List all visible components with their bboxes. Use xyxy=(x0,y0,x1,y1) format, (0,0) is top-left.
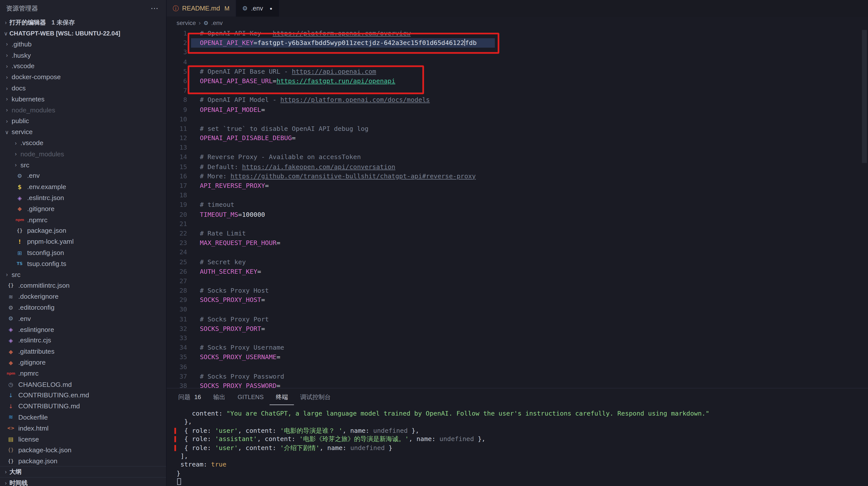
code-line-11[interactable]: 11# set `true` to disable OpenAI API deb… xyxy=(167,124,868,134)
tree-item-package.json[interactable]: {}package.json xyxy=(0,225,166,236)
code-line-21[interactable]: 21 xyxy=(167,219,868,229)
tree-item-kubernetes[interactable]: ›kubernetes xyxy=(0,94,166,105)
tree-item-.vscode[interactable]: ›.vscode xyxy=(0,138,166,149)
panel-tab-problems[interactable]: 问题 16 xyxy=(172,388,207,405)
tree-item-.vscode[interactable]: ›.vscode xyxy=(0,61,166,72)
tree-item-public[interactable]: ›public xyxy=(0,116,166,126)
line-number: 29 xyxy=(167,295,187,305)
tree-item-CHANGELOG.md[interactable]: ◷CHANGELOG.md xyxy=(0,379,166,390)
outline-section[interactable]: › 大纲 xyxy=(0,466,166,477)
tree-item-service[interactable]: ∨service xyxy=(0,126,166,138)
panel-tab-debug-console[interactable]: 调试控制台 xyxy=(294,388,337,405)
tree-item-.npmrc[interactable]: npm.npmrc xyxy=(0,368,166,379)
tree-item-package-lock.json[interactable]: {}package-lock.json xyxy=(0,445,166,456)
code-line-38[interactable]: 38SOCKS_PROXY_PASSWORD= xyxy=(167,381,868,388)
tree-item-.dockerignore[interactable]: ≋.dockerignore xyxy=(0,291,166,302)
code-line-18[interactable]: 18 xyxy=(167,191,868,200)
tree-item-node_modules[interactable]: ›node_modules xyxy=(0,149,166,160)
tree-item-.env.example[interactable]: $.env.example xyxy=(0,181,166,192)
code-line-12[interactable]: 12OPENAI_API_DISABLE_DEBUG= xyxy=(167,134,868,143)
code-line-9[interactable]: 9OPENAI_API_MODEL= xyxy=(167,105,868,114)
code-line-20[interactable]: 20TIMEOUT_MS=100000 xyxy=(167,210,868,219)
code-line-15[interactable]: 15# Default: https://ai.fakeopen.com/api… xyxy=(167,162,868,172)
timeline-section[interactable]: › 时间线 xyxy=(0,477,166,486)
tree-item-Dockerfile[interactable]: ≋Dockerfile xyxy=(0,412,166,423)
tree-item-tsup.config.ts[interactable]: TStsup.config.ts xyxy=(0,258,166,269)
code-line-32[interactable]: 32SOCKS_PROXY_PORT= xyxy=(167,324,868,334)
code-line-14[interactable]: 14# Reverse Proxy - Available on accessT… xyxy=(167,152,868,162)
tree-item-pnpm-lock.yaml[interactable]: !pnpm-lock.yaml xyxy=(0,236,166,247)
code-line-3[interactable]: 3 xyxy=(167,48,868,57)
code-line-1[interactable]: 1# OpenAI API Key - https://platform.ope… xyxy=(167,29,868,38)
tree-item-.github[interactable]: ›.github xyxy=(0,39,166,50)
code-line-37[interactable]: 37# Socks Proxy Password xyxy=(167,372,868,381)
tree-item-docker-compose[interactable]: ›docker-compose xyxy=(0,72,166,83)
unsaved-dot-icon[interactable]: ● xyxy=(270,6,273,11)
project-root[interactable]: ∨ CHATGPT-WEB [WSL: UBUNTU-22.04] xyxy=(0,28,166,39)
tree-item-index.html[interactable]: <>index.html xyxy=(0,423,166,434)
code-line-35[interactable]: 35SOCKS_PROXY_USERNAME= xyxy=(167,353,868,362)
code-line-25[interactable]: 25# Secret key xyxy=(167,257,868,267)
tree-item-.commitlintrc.json[interactable]: {}.commitlintrc.json xyxy=(0,280,166,291)
code-line-31[interactable]: 31# Socks Proxy Port xyxy=(167,315,868,324)
tree-item-.gitattributes[interactable]: ◆.gitattributes xyxy=(0,346,166,357)
tab-env[interactable]: ⚙ .env ● xyxy=(236,0,279,17)
breadcrumb-folder[interactable]: service xyxy=(177,20,196,26)
code-line-27[interactable]: 27 xyxy=(167,277,868,286)
code-line-33[interactable]: 33 xyxy=(167,334,868,343)
more-actions-icon[interactable]: ⋯ xyxy=(151,4,158,13)
terminal-output[interactable]: content: "You are ChatGPT, a large langu… xyxy=(167,405,868,486)
code-line-24[interactable]: 24 xyxy=(167,248,868,257)
code-line-30[interactable]: 30 xyxy=(167,305,868,314)
tree-item-.husky[interactable]: ›.husky xyxy=(0,50,166,61)
tree-item-.env[interactable]: ⚙.env xyxy=(0,313,166,324)
code-line-17[interactable]: 17API_REVERSE_PROXY= xyxy=(167,181,868,191)
breadcrumb-file[interactable]: .env xyxy=(211,20,223,26)
code-line-5[interactable]: 5# OpenAI API Base URL - https://api.ope… xyxy=(167,67,868,77)
code-line-2[interactable]: 2OPENAI_API_KEY=fastgpt-y6b3axfbdd5wyp01… xyxy=(167,38,868,48)
tree-item-package.json[interactable]: {}package.json xyxy=(0,456,166,467)
line-number: 13 xyxy=(167,143,187,152)
code-line-6[interactable]: 6OPENAI_API_BASE_URL=https://fastgpt.run… xyxy=(167,77,868,86)
tab-readme[interactable]: ⓘ README.md M xyxy=(167,0,236,17)
code-line-22[interactable]: 22# Rate Limit xyxy=(167,229,868,238)
tree-item-node_modules[interactable]: ›node_modules xyxy=(0,105,166,116)
tree-item-.env[interactable]: ⚙.env xyxy=(0,170,166,181)
code-line-16[interactable]: 16# More: https://github.com/transitive-… xyxy=(167,172,868,181)
tree-item-.eslintrc.cjs[interactable]: ◈.eslintrc.cjs xyxy=(0,335,166,346)
panel-tab-output[interactable]: 输出 xyxy=(207,388,231,405)
tree-item-.editorconfig[interactable]: ⚙.editorconfig xyxy=(0,302,166,313)
tree-item-CONTRIBUTING.en.md[interactable]: ↓CONTRIBUTING.en.md xyxy=(0,390,166,401)
code-line-34[interactable]: 34# Socks Proxy Username xyxy=(167,343,868,353)
code-line-23[interactable]: 23MAX_REQUEST_PER_HOUR= xyxy=(167,238,868,248)
tree-item-.npmrc[interactable]: npm.npmrc xyxy=(0,214,166,225)
code-line-13[interactable]: 13 xyxy=(167,143,868,152)
tree-item-docs[interactable]: ›docs xyxy=(0,83,166,94)
code-line-4[interactable]: 4 xyxy=(167,57,868,67)
tree-item-license[interactable]: ▤license xyxy=(0,434,166,445)
tree-item-src[interactable]: ›src xyxy=(0,160,166,171)
code-text: # OpenAI API Key - https://platform.open… xyxy=(200,29,411,37)
editor-scrollbar[interactable] xyxy=(862,30,867,163)
code-line-26[interactable]: 26AUTH_SECRET_KEY= xyxy=(167,267,868,277)
tree-item-src[interactable]: ›src xyxy=(0,269,166,280)
code-line-8[interactable]: 8# OpenAI API Model - https://platform.o… xyxy=(167,95,868,105)
panel-tab-label: 调试控制台 xyxy=(300,393,331,401)
tree-item-.gitignore[interactable]: ◆.gitignore xyxy=(0,203,166,214)
tree-item-.eslintignore[interactable]: ◈.eslintignore xyxy=(0,324,166,335)
code-line-10[interactable]: 10 xyxy=(167,115,868,124)
panel-tab-gitlens[interactable]: GITLENS xyxy=(231,388,270,405)
chevron-right-icon: › xyxy=(3,272,10,278)
code-line-19[interactable]: 19# timeout xyxy=(167,200,868,210)
code-line-7[interactable]: 7 xyxy=(167,86,868,95)
code-line-36[interactable]: 36 xyxy=(167,362,868,372)
code-line-29[interactable]: 29SOCKS_PROXY_HOST= xyxy=(167,295,868,305)
tree-item-CONTRIBUTING.md[interactable]: ↓CONTRIBUTING.md xyxy=(0,401,166,412)
tree-item-tsconfig.json[interactable]: ⊞tsconfig.json xyxy=(0,247,166,258)
code-editor[interactable]: 1# OpenAI API Key - https://platform.ope… xyxy=(167,29,868,388)
tree-item-.gitignore[interactable]: ◆.gitignore xyxy=(0,357,166,368)
panel-tab-terminal[interactable]: 终端 xyxy=(270,388,294,405)
code-line-28[interactable]: 28# Socks Proxy Host xyxy=(167,286,868,295)
open-editors-section[interactable]: › 打开的编辑器 1 未保存 xyxy=(0,17,166,28)
tree-item-.eslintrc.json[interactable]: ◈.eslintrc.json xyxy=(0,192,166,203)
